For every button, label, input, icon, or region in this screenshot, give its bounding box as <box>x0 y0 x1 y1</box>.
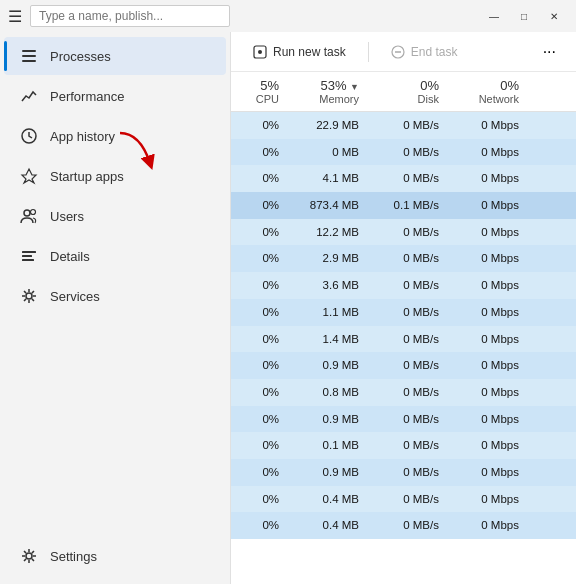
run-task-icon <box>253 45 267 59</box>
sidebar-item-users[interactable]: Users <box>4 197 226 235</box>
cell-cpu: 0% <box>231 168 291 189</box>
table-row[interactable]: 0%0.9 MB0 MB/s0 Mbps <box>231 459 576 486</box>
run-new-task-button[interactable]: Run new task <box>243 41 356 63</box>
cell-network: 0 Mbps <box>451 462 531 483</box>
cell-cpu: 0% <box>231 489 291 510</box>
cell-memory: 3.6 MB <box>291 275 371 296</box>
table-row[interactable]: 0%1.4 MB0 MB/s0 Mbps <box>231 326 576 353</box>
cell-memory: 4.1 MB <box>291 168 371 189</box>
toolbar-divider <box>368 42 369 62</box>
close-button[interactable]: ✕ <box>540 4 568 28</box>
col-header-network[interactable]: 0% Network <box>451 78 531 105</box>
cell-memory: 0.9 MB <box>291 462 371 483</box>
table-row[interactable]: 0%12.2 MB0 MB/s0 Mbps <box>231 219 576 246</box>
table-row[interactable]: 0%4.1 MB0 MB/s0 Mbps <box>231 165 576 192</box>
cell-memory: 2.9 MB <box>291 248 371 269</box>
sidebar-item-performance[interactable]: Performance <box>4 77 226 115</box>
cell-network: 0 Mbps <box>451 142 531 163</box>
cell-disk: 0 MB/s <box>371 302 451 323</box>
cell-network: 0 Mbps <box>451 382 531 403</box>
table-row[interactable]: 0%0.8 MB0 MB/s0 Mbps <box>231 379 576 406</box>
cell-disk: 0 MB/s <box>371 382 451 403</box>
cell-memory: 0 MB <box>291 142 371 163</box>
cell-cpu: 0% <box>231 275 291 296</box>
cell-memory: 0.1 MB <box>291 435 371 456</box>
table-row[interactable]: 0%873.4 MB0.1 MB/s0 Mbps <box>231 192 576 219</box>
cell-cpu: 0% <box>231 248 291 269</box>
table-row[interactable]: 0%3.6 MB0 MB/s0 Mbps <box>231 272 576 299</box>
svg-rect-7 <box>22 255 32 257</box>
minimize-button[interactable]: — <box>480 4 508 28</box>
end-task-icon <box>391 45 405 59</box>
toolbar: Run new task End task ··· <box>231 32 576 72</box>
run-new-task-label: Run new task <box>273 45 346 59</box>
end-task-button[interactable]: End task <box>381 41 468 63</box>
sidebar-item-details[interactable]: Details <box>4 237 226 275</box>
sidebar-item-settings[interactable]: Settings <box>4 537 226 575</box>
cell-disk: 0.1 MB/s <box>371 195 451 216</box>
cell-memory: 0.9 MB <box>291 355 371 376</box>
sidebar-item-processes[interactable]: Processes <box>4 37 226 75</box>
table-row[interactable]: 0%0.4 MB0 MB/s0 Mbps <box>231 512 576 539</box>
table-row[interactable]: 0%0.9 MB0 MB/s0 Mbps <box>231 352 576 379</box>
hamburger-icon[interactable]: ☰ <box>8 7 22 26</box>
processes-icon <box>20 47 38 65</box>
cell-cpu: 0% <box>231 222 291 243</box>
users-label: Users <box>50 209 210 224</box>
more-options-button[interactable]: ··· <box>535 39 564 65</box>
window-controls: — □ ✕ <box>480 4 568 28</box>
table-row[interactable]: 0%0 MB0 MB/s0 Mbps <box>231 139 576 166</box>
cell-cpu: 0% <box>231 302 291 323</box>
services-label: Services <box>50 289 210 304</box>
svg-point-10 <box>26 553 32 559</box>
sort-arrow: ▼ <box>350 82 359 92</box>
cell-memory: 1.4 MB <box>291 329 371 350</box>
sidebar: Processes Performance App history <box>0 32 230 584</box>
svg-point-4 <box>24 210 30 216</box>
cell-network: 0 Mbps <box>451 435 531 456</box>
settings-icon <box>20 547 38 565</box>
disk-label: Disk <box>371 93 439 105</box>
cell-cpu: 0% <box>231 409 291 430</box>
svg-point-12 <box>258 50 262 54</box>
cell-network: 0 Mbps <box>451 515 531 536</box>
column-headers: 5% CPU 53% ▼ Memory 0% Disk 0% Network <box>231 72 576 112</box>
table-row[interactable]: 0%1.1 MB0 MB/s0 Mbps <box>231 299 576 326</box>
cell-cpu: 0% <box>231 195 291 216</box>
maximize-button[interactable]: □ <box>510 4 538 28</box>
cell-memory: 0.4 MB <box>291 489 371 510</box>
col-header-memory[interactable]: 53% ▼ Memory <box>291 78 371 105</box>
cell-cpu: 0% <box>231 462 291 483</box>
cell-disk: 0 MB/s <box>371 355 451 376</box>
cell-memory: 22.9 MB <box>291 115 371 136</box>
processes-label: Processes <box>50 49 210 64</box>
network-pct: 0% <box>451 78 519 93</box>
cell-network: 0 Mbps <box>451 355 531 376</box>
cell-disk: 0 MB/s <box>371 435 451 456</box>
disk-pct: 0% <box>371 78 439 93</box>
cell-disk: 0 MB/s <box>371 115 451 136</box>
cell-disk: 0 MB/s <box>371 329 451 350</box>
table-row[interactable]: 0%0.9 MB0 MB/s0 Mbps <box>231 406 576 433</box>
table-row[interactable]: 0%2.9 MB0 MB/s0 Mbps <box>231 245 576 272</box>
table-row[interactable]: 0%0.1 MB0 MB/s0 Mbps <box>231 432 576 459</box>
services-icon <box>20 287 38 305</box>
cell-disk: 0 MB/s <box>371 409 451 430</box>
process-table-body[interactable]: 0%22.9 MB0 MB/s0 Mbps0%0 MB0 MB/s0 Mbps0… <box>231 112 576 584</box>
settings-label: Settings <box>50 549 210 564</box>
cell-network: 0 Mbps <box>451 248 531 269</box>
network-label: Network <box>451 93 519 105</box>
memory-label: Memory <box>291 93 359 105</box>
sidebar-item-services[interactable]: Services <box>4 277 226 315</box>
col-header-disk[interactable]: 0% Disk <box>371 78 451 105</box>
col-header-cpu[interactable]: 5% CPU <box>231 78 291 105</box>
sidebar-item-app-history[interactable]: App history <box>4 117 226 155</box>
search-input[interactable] <box>30 5 230 27</box>
cell-network: 0 Mbps <box>451 222 531 243</box>
cell-memory: 1.1 MB <box>291 302 371 323</box>
cell-network: 0 Mbps <box>451 275 531 296</box>
performance-label: Performance <box>50 89 210 104</box>
table-row[interactable]: 0%22.9 MB0 MB/s0 Mbps <box>231 112 576 139</box>
sidebar-item-startup-apps[interactable]: Startup apps <box>4 157 226 195</box>
table-row[interactable]: 0%0.4 MB0 MB/s0 Mbps <box>231 486 576 513</box>
